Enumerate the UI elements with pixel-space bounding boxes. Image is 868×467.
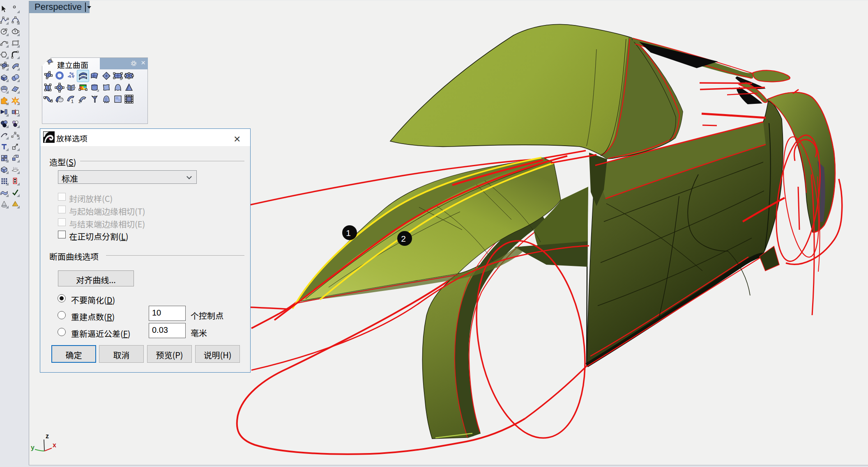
svg-text:x: x bbox=[53, 442, 56, 449]
svg-text:1: 1 bbox=[346, 228, 351, 238]
svg-text:1: 1 bbox=[71, 99, 74, 104]
svg-text:z: z bbox=[46, 433, 49, 440]
svg-text:2: 2 bbox=[78, 99, 81, 104]
svg-text:y: y bbox=[31, 444, 35, 451]
svg-text:2: 2 bbox=[401, 234, 406, 243]
